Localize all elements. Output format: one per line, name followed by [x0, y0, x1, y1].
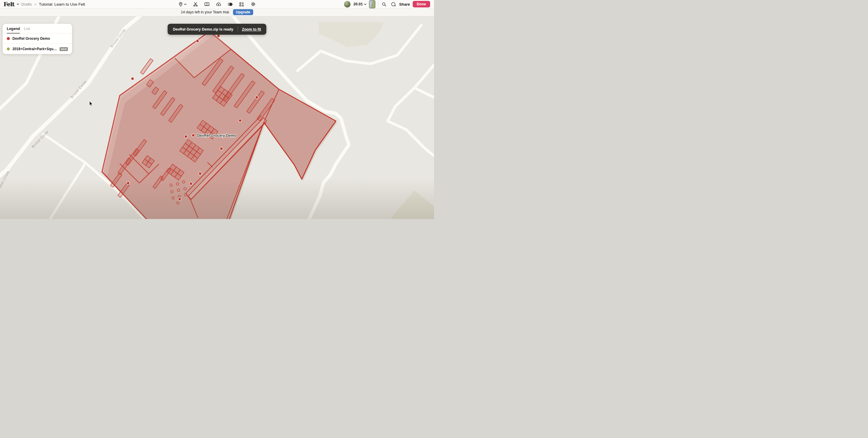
legend-panel: Legend List DevRel Grocery Demo 2018+Cen…	[3, 24, 72, 54]
upgrade-button[interactable]: Upgrade	[233, 9, 253, 15]
place-marker[interactable]	[192, 134, 195, 137]
share-button[interactable]: Share	[399, 2, 410, 6]
book-open-icon	[204, 2, 210, 7]
cut-tool[interactable]	[192, 1, 198, 7]
layer-label: 2018+Central+Park+Squirre...	[12, 47, 57, 51]
cloud-upload-icon	[216, 2, 221, 7]
new-badge: NEW	[60, 47, 68, 51]
toolbar-divider	[378, 2, 378, 6]
pin-chevron-down-icon	[184, 4, 186, 5]
done-button[interactable]: Done	[413, 1, 430, 7]
zoom-chevron-down-icon	[364, 4, 366, 5]
comment-bubble-icon	[391, 2, 396, 7]
comments-button[interactable]	[390, 1, 397, 7]
map-toolbar	[178, 0, 256, 8]
location-pin-icon	[178, 2, 183, 7]
map-vignette	[0, 178, 434, 219]
logo-chevron-down-icon[interactable]	[17, 3, 19, 5]
point-marker[interactable]	[239, 119, 242, 122]
zoom-to-fit-link[interactable]: Zoom to fit	[242, 27, 261, 31]
breadcrumb-drafts[interactable]: Drafts	[21, 2, 32, 6]
contrast-circles-icon	[227, 2, 233, 7]
search-button[interactable]	[381, 1, 388, 7]
point-marker[interactable]	[220, 147, 223, 150]
tab-list[interactable]: List	[24, 27, 30, 33]
zoom-level-control[interactable]: 20.01	[353, 2, 366, 6]
trial-message: 14 days left in your Team trial.	[181, 10, 230, 14]
settings-tool[interactable]	[250, 1, 256, 7]
point-marker[interactable]	[184, 135, 187, 138]
user-avatar[interactable]	[344, 1, 351, 8]
library-tool[interactable]	[204, 1, 210, 7]
page-title[interactable]: Tutorial: Learn to Use Felt	[39, 2, 85, 6]
place-label: DevRel Grocery Demo	[197, 134, 236, 138]
breadcrumb-separator: >	[34, 2, 37, 6]
toast-message: DevRel Grocery Demo.zip is ready	[173, 27, 233, 31]
layer-color-dot	[7, 48, 10, 51]
toast-notification: DevRel Grocery Demo.zip is ready Zoom to…	[167, 24, 266, 35]
felt-logo[interactable]: Felt	[4, 1, 14, 7]
top-bar: Felt Drafts > Tutorial: Learn to Use Fel…	[0, 0, 434, 9]
elements-add-icon	[239, 2, 244, 7]
layer-color-dot	[7, 37, 10, 40]
layers-tool[interactable]	[227, 1, 233, 7]
legend-item-squirrel[interactable]: 2018+Central+Park+Squirre... NEW	[3, 43, 72, 54]
search-icon	[381, 2, 386, 7]
point-marker[interactable]	[198, 172, 202, 175]
trial-banner: 14 days left in your Team trial. Upgrade	[0, 8, 434, 16]
legend-item-devrel[interactable]: DevRel Grocery Demo	[3, 33, 72, 43]
toast-divider	[238, 26, 238, 32]
point-marker[interactable]	[217, 34, 220, 37]
point-marker[interactable]	[255, 96, 258, 99]
tab-legend[interactable]: Legend	[7, 27, 20, 33]
scissors-icon	[193, 2, 198, 7]
point-marker[interactable]	[131, 77, 134, 80]
settings-gear-icon	[250, 1, 256, 7]
layer-label: DevRel Grocery Demo	[12, 36, 50, 41]
minimap-thumbnail[interactable]	[369, 0, 375, 8]
location-pin-tool[interactable]	[178, 1, 187, 7]
point-marker[interactable]	[196, 39, 199, 42]
breadcrumb: Felt Drafts > Tutorial: Learn to Use Fel…	[0, 1, 85, 7]
elements-tool[interactable]	[238, 1, 245, 7]
upload-tool[interactable]	[215, 1, 222, 7]
zoom-level-value: 20.01	[353, 2, 363, 6]
